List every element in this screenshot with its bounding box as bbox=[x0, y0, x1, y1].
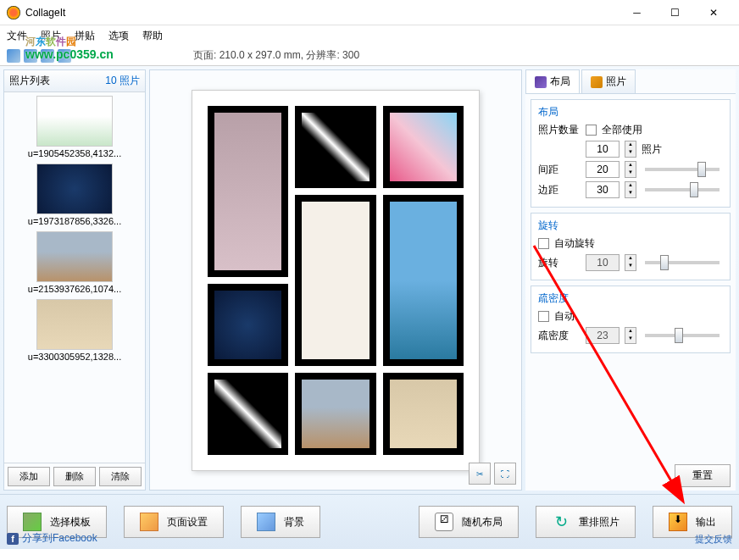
layout-group-title: 布局 bbox=[538, 105, 723, 119]
use-all-label: 全部使用 bbox=[602, 123, 642, 137]
spacing-label: 间距 bbox=[538, 163, 581, 177]
photo-list[interactable]: u=1905452358,4132... u=1973187856,3326..… bbox=[4, 92, 145, 463]
rotation-input[interactable] bbox=[586, 254, 620, 271]
spacing-spinner[interactable]: ▲▼ bbox=[625, 161, 636, 178]
crop-icon[interactable]: ✂ bbox=[469, 463, 491, 485]
margin-spinner[interactable]: ▲▼ bbox=[625, 181, 636, 198]
spacing-slider[interactable] bbox=[645, 168, 720, 171]
use-all-checkbox[interactable] bbox=[586, 125, 597, 136]
export-icon: ⬇ bbox=[669, 513, 687, 531]
add-button[interactable]: 添加 bbox=[8, 467, 50, 486]
zoom-icon[interactable]: ⛶ bbox=[494, 463, 516, 485]
feedback-link[interactable]: 提交反馈 bbox=[695, 533, 732, 546]
toolbar-icon-2[interactable] bbox=[24, 49, 37, 63]
toolbar-icon-1[interactable] bbox=[7, 49, 20, 63]
list-item[interactable]: u=1905452358,4132... bbox=[8, 96, 142, 158]
spacing-input[interactable] bbox=[586, 161, 620, 178]
photo-list-title: 照片列表 bbox=[9, 74, 50, 88]
auto-rotate-checkbox[interactable] bbox=[538, 238, 549, 249]
page-setup-button[interactable]: 页面设置 bbox=[124, 506, 224, 538]
margin-slider[interactable] bbox=[645, 188, 720, 191]
facebook-link[interactable]: 分享到Facebook bbox=[7, 531, 97, 546]
refresh-icon: ↻ bbox=[552, 513, 570, 531]
sparse-input[interactable] bbox=[586, 327, 620, 344]
auto-sparse-checkbox[interactable] bbox=[538, 311, 549, 322]
rearrange-button[interactable]: ↻重排照片 bbox=[536, 506, 636, 538]
margin-label: 边距 bbox=[538, 183, 581, 197]
menu-collage[interactable]: 拼贴 bbox=[75, 29, 95, 43]
rotation-group-title: 旋转 bbox=[538, 219, 723, 233]
photo-icon bbox=[591, 76, 603, 88]
dice-icon: ⚂ bbox=[435, 513, 453, 531]
page-info: 页面: 210.0 x 297.0 mm, 分辨率: 300 bbox=[193, 48, 359, 63]
random-layout-button[interactable]: ⚂随机布局 bbox=[419, 506, 519, 538]
photo-count: 10 照片 bbox=[105, 74, 140, 88]
sparse-spinner[interactable]: ▲▼ bbox=[625, 327, 636, 344]
photo-count-input[interactable] bbox=[586, 141, 620, 158]
close-button[interactable]: ✕ bbox=[694, 0, 732, 25]
rotation-slider[interactable] bbox=[645, 261, 720, 264]
photo-count-spinner[interactable]: ▲▼ bbox=[625, 141, 636, 158]
list-item[interactable]: u=3300305952,1328... bbox=[8, 299, 142, 362]
toolbar-icon-4[interactable] bbox=[58, 49, 71, 63]
rotation-label: 旋转 bbox=[538, 256, 581, 270]
collage-preview[interactable] bbox=[192, 90, 480, 471]
menu-file[interactable]: 文件 bbox=[7, 29, 27, 43]
menu-photo[interactable]: 照片 bbox=[41, 29, 61, 43]
remove-button[interactable]: 删除 bbox=[53, 467, 96, 486]
reset-button[interactable]: 重置 bbox=[675, 464, 731, 487]
layout-icon bbox=[535, 76, 547, 88]
app-icon bbox=[7, 6, 20, 19]
list-item[interactable]: u=1973187856,3326... bbox=[8, 164, 142, 226]
photo-suffix: 照片 bbox=[642, 142, 662, 157]
auto-rotate-label: 自动旋转 bbox=[554, 236, 595, 251]
auto-sparse-label: 自动 bbox=[554, 309, 575, 324]
sparse-group-title: 疏密度 bbox=[538, 291, 723, 306]
margin-input[interactable] bbox=[586, 181, 620, 198]
background-button[interactable]: 背景 bbox=[241, 506, 320, 538]
toolbar-icon-3[interactable] bbox=[41, 49, 54, 63]
menu-help[interactable]: 帮助 bbox=[142, 29, 163, 43]
background-icon bbox=[257, 513, 275, 531]
maximize-button[interactable]: ☐ bbox=[656, 0, 694, 25]
template-icon bbox=[23, 513, 42, 531]
tab-photo[interactable]: 照片 bbox=[581, 69, 636, 93]
list-item[interactable]: u=2153937626,1074... bbox=[8, 231, 142, 294]
menu-options[interactable]: 选项 bbox=[108, 29, 129, 43]
app-title: CollageIt bbox=[25, 7, 618, 19]
page-setup-icon bbox=[140, 513, 158, 531]
rotation-spinner[interactable]: ▲▼ bbox=[625, 254, 636, 271]
clear-button[interactable]: 清除 bbox=[99, 467, 142, 486]
tab-layout[interactable]: 布局 bbox=[525, 69, 580, 93]
minimize-button[interactable]: ─ bbox=[618, 0, 656, 25]
sparse-slider[interactable] bbox=[645, 334, 720, 337]
sparse-label: 疏密度 bbox=[538, 329, 581, 343]
photo-count-label: 照片数量 bbox=[538, 123, 581, 137]
